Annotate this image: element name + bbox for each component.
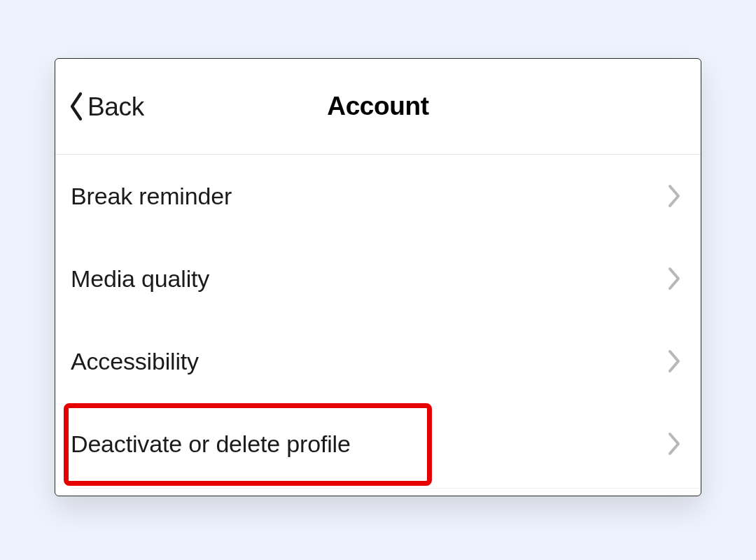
row-media-quality[interactable]: Media quality: [71, 237, 685, 320]
chevron-right-icon: [667, 431, 682, 456]
row-label: Deactivate or delete profile: [71, 430, 351, 458]
settings-list: Break reminder Media quality Accessibili…: [55, 155, 701, 485]
settings-panel: Back Account Break reminder Media qualit…: [55, 58, 701, 496]
page-title: Account: [327, 92, 428, 121]
row-break-reminder[interactable]: Break reminder: [71, 155, 685, 237]
chevron-right-icon: [667, 349, 682, 374]
row-label: Break reminder: [71, 183, 232, 210]
list-bottom-separator: [71, 488, 701, 489]
chevron-right-icon: [667, 266, 682, 291]
back-button[interactable]: Back: [66, 59, 144, 154]
row-deactivate-or-delete-profile[interactable]: Deactivate or delete profile: [71, 402, 685, 485]
chevron-right-icon: [667, 183, 682, 209]
row-label: Media quality: [71, 265, 209, 293]
back-label: Back: [88, 94, 144, 120]
chevron-left-icon: [66, 91, 86, 122]
row-accessibility[interactable]: Accessibility: [71, 320, 685, 402]
row-label: Accessibility: [71, 348, 199, 375]
header-bar: Back Account: [55, 59, 701, 155]
